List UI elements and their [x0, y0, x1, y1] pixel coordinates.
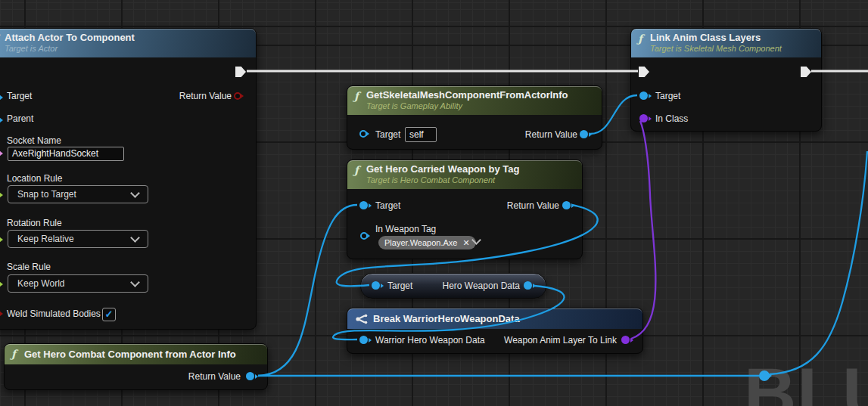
target-pin-label: Target — [375, 129, 400, 140]
weapon-anim-layer-to-link-label: Weapon Anim Layer To Link — [504, 335, 617, 346]
node-subtitle: Target is Actor — [5, 44, 58, 53]
function-icon: ƒ — [354, 164, 359, 176]
scale-rule-pin[interactable] — [0, 280, 1, 288]
node-title: Attach Actor To Component — [5, 32, 135, 43]
function-icon: ƒ — [354, 90, 359, 102]
chevron-down-icon — [130, 277, 140, 287]
close-icon[interactable]: ✕ — [462, 239, 469, 247]
node-get-hero-combat-component[interactable]: ƒ Get Hero Combat Component from Actor I… — [4, 343, 268, 390]
in-class-input-pin[interactable] — [639, 114, 648, 122]
node-header[interactable]: ƒ Link Anim Class Layers Target is Skele… — [631, 29, 821, 57]
node-title: Link Anim Class Layers — [650, 32, 761, 43]
weld-simulated-bodies-pin[interactable] — [0, 310, 1, 318]
chevron-down-icon — [130, 233, 140, 243]
node-header[interactable]: ƒ Get Hero Carried Weapon by Tag Target … — [347, 160, 582, 189]
return-value-pin[interactable] — [562, 201, 571, 209]
in-weapon-tag-pin[interactable] — [360, 232, 368, 240]
in-class-pin-label: In Class — [655, 113, 688, 124]
wire-combat-to-carried-target — [258, 205, 357, 376]
node-attach-actor-to-component[interactable]: ƒ Attach Actor To Component Target is Ac… — [0, 28, 257, 330]
node-subtitle: Target is Skeletal Mesh Component — [650, 44, 782, 53]
socket-name-input[interactable]: AxeRightHandSocket — [8, 147, 124, 161]
function-icon: ƒ — [11, 348, 16, 360]
node-header[interactable]: ƒ GetSkeletalMeshComponentFromActorInfo … — [347, 86, 602, 115]
weapon-tag-value: Player.Weapon.Axe — [384, 238, 457, 247]
blueprint-graph-canvas[interactable]: { "watermark": "BLUEPRINT", "icons": { "… — [0, 0, 868, 406]
return-value-pin[interactable] — [234, 92, 241, 100]
rotation-rule-pin[interactable] — [0, 236, 1, 243]
return-value-pin[interactable] — [246, 372, 254, 380]
node-header[interactable]: ƒ Get Hero Combat Component from Actor I… — [5, 344, 267, 364]
target-input-pin[interactable] — [359, 201, 368, 209]
rotation-rule-label: Rotation Rule — [7, 218, 62, 228]
in-weapon-tag-label: In Weapon Tag — [375, 224, 436, 234]
target-input-pin[interactable] — [639, 91, 648, 100]
node-link-anim-class-layers[interactable]: ƒ Link Anim Class Layers Target is Skele… — [630, 28, 822, 132]
rotation-rule-value: Keep Relative — [17, 234, 74, 244]
socket-name-pin[interactable] — [0, 150, 1, 157]
checkmark-icon: ✓ — [105, 308, 114, 321]
target-pin-label: Target — [7, 91, 32, 101]
hero-weapon-data-output-pin[interactable] — [524, 281, 532, 290]
scale-rule-dropdown[interactable]: Keep World — [8, 274, 148, 293]
node-break-warrior-hero-weapon-data[interactable]: Break WarriorHeroWeaponData Warrior Hero… — [347, 308, 643, 354]
node-hero-weapon-data[interactable]: Target Hero Weapon Data — [360, 273, 546, 299]
target-pin-label: Target — [387, 280, 412, 291]
node-subtitle: Target is Gameplay Ability — [366, 101, 462, 110]
parent-pin-label: Parent — [7, 113, 33, 124]
node-header[interactable]: Break WarriorHeroWeaponData — [347, 308, 642, 329]
warrior-hero-weapon-data-label: Warrior Hero Weapon Data — [375, 335, 485, 346]
target-input-pin[interactable] — [0, 94, 1, 101]
reroute-node[interactable] — [759, 370, 770, 381]
exec-output-pin[interactable] — [235, 67, 246, 77]
return-value-label: Return Value — [525, 129, 577, 140]
location-rule-dropdown[interactable]: Snap to Target — [8, 185, 148, 203]
node-header[interactable]: ƒ Attach Actor To Component Target is Ac… — [0, 29, 256, 57]
target-input-pin[interactable] — [372, 281, 380, 290]
node-get-hero-carried-weapon-by-tag[interactable]: ƒ Get Hero Carried Weapon by Tag Target … — [347, 160, 583, 259]
location-rule-pin[interactable] — [0, 191, 1, 199]
scale-rule-value: Keep World — [17, 278, 64, 289]
location-rule-label: Location Rule — [7, 173, 62, 184]
node-title: GetSkeletalMeshComponentFromActorInfo — [366, 89, 568, 101]
return-value-pin[interactable] — [580, 130, 588, 138]
weapon-anim-layer-to-link-pin[interactable] — [621, 336, 630, 344]
return-value-label: Return Value — [188, 371, 241, 382]
weld-simulated-bodies-checkbox[interactable]: ✓ — [102, 308, 116, 321]
target-self-input[interactable]: self — [405, 127, 437, 142]
warrior-hero-weapon-data-pin[interactable] — [359, 336, 368, 344]
target-input-pin[interactable] — [359, 130, 367, 138]
exec-input-pin[interactable] — [639, 67, 649, 77]
node-title: Get Hero Combat Component from Actor Inf… — [24, 349, 236, 360]
break-struct-icon — [355, 314, 369, 324]
parent-input-pin[interactable] — [0, 116, 1, 124]
socket-name-label: Socket Name — [7, 135, 61, 146]
target-pin-label: Target — [375, 200, 400, 211]
weld-simulated-bodies-label: Weld Simulated Bodies — [7, 308, 101, 319]
exec-output-pin[interactable] — [801, 67, 811, 77]
function-icon: ƒ — [638, 33, 642, 45]
weapon-tag-chip[interactable]: Player.Weapon.Axe ✕ — [378, 236, 476, 249]
node-title: Break WarriorHeroWeaponData — [373, 313, 520, 324]
node-subtitle: Target is Hero Combat Component — [366, 175, 495, 184]
chevron-down-icon — [130, 188, 140, 198]
target-pin-label: Target — [655, 91, 680, 101]
return-value-label: Return Value — [179, 91, 232, 101]
wire-reroute-to-edge — [770, 151, 867, 374]
wire-break-to-inclass — [631, 121, 655, 339]
node-title: Get Hero Carried Weapon by Tag — [366, 163, 520, 175]
location-rule-value: Snap to Target — [17, 189, 76, 200]
rotation-rule-dropdown[interactable]: Keep Relative — [8, 230, 148, 248]
hero-weapon-data-label: Hero Weapon Data — [442, 280, 520, 291]
node-get-skeletal-mesh-component[interactable]: ƒ GetSkeletalMeshComponentFromActorInfo … — [347, 85, 602, 150]
scale-rule-label: Scale Rule — [7, 262, 51, 272]
return-value-label: Return Value — [507, 200, 559, 211]
